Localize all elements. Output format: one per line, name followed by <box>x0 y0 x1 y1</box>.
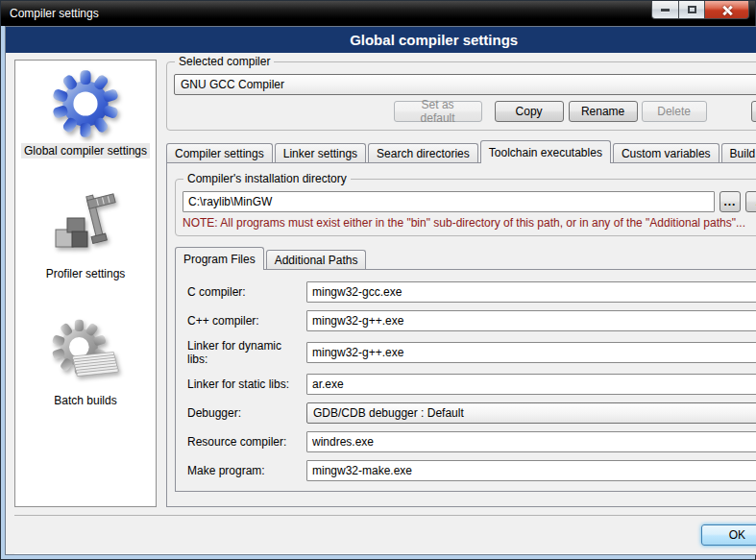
sidebar-item-global-compiler-settings[interactable]: Global compiler settings <box>21 66 150 158</box>
field-label: Make program: <box>187 464 301 477</box>
sidebar-item-label: Profiler settings <box>43 266 129 281</box>
page-title: Global compiler settings <box>6 27 756 53</box>
debugger-select-value: GDB/CDB debugger : Default <box>313 406 756 420</box>
sidebar-item-profiler-settings[interactable]: Profiler settings <box>43 189 129 281</box>
static-linker-input[interactable] <box>306 374 756 395</box>
form-row-dynamic-linker: Linker for dynamic libs: ... <box>187 339 756 366</box>
tab-build-options[interactable]: Build options <box>721 143 756 162</box>
cpp-compiler-input[interactable] <box>306 310 756 331</box>
compiler-buttons-row: Set as default Copy Rename Delete Reset … <box>174 101 756 122</box>
tab-additional-paths[interactable]: Additional Paths <box>266 250 367 269</box>
dynamic-linker-input[interactable] <box>306 342 756 363</box>
form-row-resource-compiler: Resource compiler: ... <box>187 431 756 452</box>
tab-program-files[interactable]: Program Files <box>175 247 264 270</box>
sidebar-item-label: Global compiler settings <box>21 143 150 158</box>
copy-button[interactable]: Copy <box>495 101 564 122</box>
field-label: Debugger: <box>187 406 301 420</box>
form-row-debugger: Debugger: GDB/CDB debugger : Default <box>187 402 756 424</box>
compiler-select[interactable]: GNU GCC Compiler <box>174 74 756 95</box>
minimize-icon <box>661 9 670 12</box>
installation-directory-input[interactable] <box>183 191 715 212</box>
field-label: Resource compiler: <box>187 435 301 449</box>
installation-note: NOTE: All programs must exist either in … <box>183 216 756 230</box>
ok-button[interactable]: OK <box>701 524 756 546</box>
tab-linker-settings[interactable]: Linker settings <box>275 143 366 162</box>
installation-directory-browse-button[interactable]: ... <box>719 191 741 212</box>
caliper-icon <box>48 189 123 264</box>
sidebar-item-label: Batch builds <box>51 393 119 408</box>
settings-category-list: Global compiler settings <box>14 60 157 507</box>
installation-directory-group-label: Compiler's installation directory <box>183 172 351 185</box>
sidebar-item-batch-builds[interactable]: Batch builds <box>48 316 123 408</box>
form-row-static-linker: Linker for static libs: ... <box>187 374 756 395</box>
delete-button[interactable]: Delete <box>642 101 707 122</box>
tab-custom-variables[interactable]: Custom variables <box>613 143 719 162</box>
compiler-select-value: GNU GCC Compiler <box>181 78 756 91</box>
tab-compiler-settings[interactable]: Compiler settings <box>166 143 273 162</box>
tab-search-directories[interactable]: Search directories <box>368 143 478 162</box>
c-compiler-input[interactable] <box>306 281 756 303</box>
field-label: C++ compiler: <box>187 314 301 328</box>
set-as-default-button[interactable]: Set as default <box>394 101 482 122</box>
settings-tabstrip: Compiler settings Linker settings Search… <box>166 139 756 162</box>
blue-gear-icon <box>48 66 123 141</box>
make-program-input[interactable] <box>306 460 756 481</box>
field-label: Linker for static libs: <box>187 377 301 391</box>
close-icon <box>721 5 732 15</box>
gray-gear-papers-icon <box>48 316 123 391</box>
caption-buttons <box>651 1 749 19</box>
selected-compiler-group-label: Selected compiler <box>175 55 274 68</box>
tab-toolchain-executables[interactable]: Toolchain executables <box>480 140 611 163</box>
rename-button[interactable]: Rename <box>569 101 638 122</box>
window-title: Compiler settings <box>1 7 99 20</box>
program-files-tabstrip: Program Files Additional Paths <box>175 246 756 269</box>
field-label: Linker for dynamic libs: <box>187 339 301 366</box>
selected-compiler-group: Selected compiler GNU GCC Compiler Set a… <box>166 61 756 131</box>
form-row-make-program: Make program: ... <box>187 460 756 481</box>
installation-directory-group: Compiler's installation directory ... Au… <box>175 179 756 236</box>
debugger-select[interactable]: GDB/CDB debugger : Default <box>306 402 756 424</box>
resource-compiler-input[interactable] <box>306 431 756 452</box>
reset-defaults-button[interactable]: Reset defaults <box>751 101 756 122</box>
field-label: C compiler: <box>187 285 301 299</box>
toolchain-executables-panel: Compiler's installation directory ... Au… <box>166 162 756 507</box>
auto-detect-button[interactable]: Auto-detect <box>745 191 756 212</box>
maximize-icon <box>688 6 696 13</box>
close-button[interactable] <box>705 1 749 19</box>
form-row-cpp-compiler: C++ compiler: ... <box>187 310 756 331</box>
program-files-panel: C compiler: ... C++ compiler: <box>175 269 756 492</box>
titlebar: Compiler settings <box>1 1 755 26</box>
dialog-footer: OK Cancel <box>14 515 756 554</box>
maximize-button[interactable] <box>679 1 705 19</box>
minimize-button[interactable] <box>651 1 679 19</box>
dialog: Global compiler settings <box>5 26 756 555</box>
aero-frame: Global compiler settings <box>1 26 755 559</box>
compiler-settings-window: Compiler settings Global compiler settin… <box>0 0 756 560</box>
form-row-c-compiler: C compiler: ... <box>187 281 756 303</box>
